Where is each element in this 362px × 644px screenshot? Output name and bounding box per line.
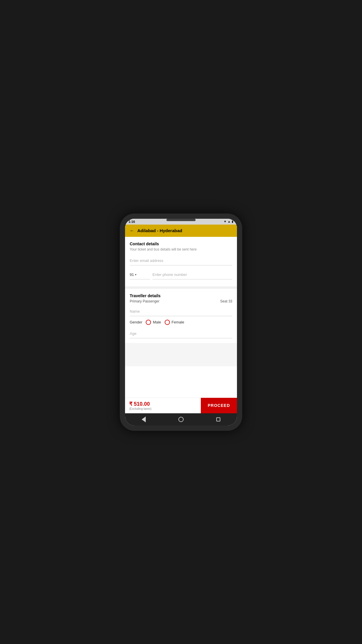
female-radio[interactable] xyxy=(165,320,170,325)
status-icons: ▼ ▲ ▮ xyxy=(224,220,233,223)
status-bar: 1:16 ▼ ▲ ▮ xyxy=(125,219,237,225)
phone-row: 91 ▾ xyxy=(130,270,232,279)
price-amount: ₹ 510.00 xyxy=(129,401,197,407)
name-input[interactable] xyxy=(130,307,232,316)
app-bar-title: Adilabad - Hyderabad xyxy=(137,228,182,233)
seat-number: 33 xyxy=(229,299,232,303)
home-nav-icon xyxy=(178,417,184,422)
phone-input[interactable] xyxy=(152,270,232,279)
gender-row: Gender Male Female xyxy=(130,320,232,325)
seat-label-text: Seat xyxy=(220,299,228,303)
phone-device: 1:16 ▼ ▲ ▮ ← Adilabad - Hyderabad Contac… xyxy=(120,214,242,431)
empty-space xyxy=(125,343,237,366)
back-nav-icon xyxy=(142,416,146,422)
app-bar: ← Adilabad - Hyderabad xyxy=(125,225,237,237)
price-section: ₹ 510.00 (Excluding taxes) xyxy=(125,398,201,413)
female-label: Female xyxy=(172,320,184,324)
male-label: Male xyxy=(153,320,161,324)
nav-back-button[interactable] xyxy=(140,416,147,423)
traveller-title: Traveller details xyxy=(130,293,232,298)
nav-recent-button[interactable] xyxy=(215,416,222,423)
traveller-section: Traveller details Primary Passenger Seat… xyxy=(125,289,237,343)
content-area: Contact details Your ticket and bus deta… xyxy=(125,237,237,398)
email-input[interactable] xyxy=(130,256,232,265)
recent-nav-icon xyxy=(216,417,220,421)
phone-screen: 1:16 ▼ ▲ ▮ ← Adilabad - Hyderabad Contac… xyxy=(125,219,237,426)
seat-info: Seat 33 xyxy=(220,299,232,303)
passenger-label: Primary Passenger xyxy=(130,299,159,303)
country-code-selector[interactable]: 91 ▾ xyxy=(130,270,150,279)
section-divider xyxy=(125,286,237,289)
status-time: 1:16 xyxy=(129,220,135,223)
bottom-bar: ₹ 510.00 (Excluding taxes) PROCEED xyxy=(125,398,237,413)
contact-title: Contact details xyxy=(130,242,232,246)
male-radio[interactable] xyxy=(146,320,151,325)
male-option[interactable]: Male xyxy=(146,320,161,325)
age-input[interactable] xyxy=(130,329,232,338)
passenger-row: Primary Passenger Seat 33 xyxy=(130,299,232,303)
contact-section: Contact details Your ticket and bus deta… xyxy=(125,237,237,286)
proceed-button[interactable]: PROCEED xyxy=(201,398,237,413)
currency-symbol: ₹ xyxy=(129,401,132,407)
gender-label: Gender xyxy=(130,320,142,324)
price-note: (Excluding taxes) xyxy=(129,407,197,410)
back-button[interactable]: ← xyxy=(130,228,134,233)
signal-icon: ▲ xyxy=(228,220,231,223)
country-code-value: 91 xyxy=(130,272,134,277)
price-value: 510.00 xyxy=(134,401,150,407)
female-option[interactable]: Female xyxy=(165,320,184,325)
nav-bar xyxy=(125,413,237,426)
wifi-icon: ▼ xyxy=(224,220,226,223)
dropdown-arrow-icon: ▾ xyxy=(135,273,136,276)
contact-subtitle: Your ticket and bus details will be sent… xyxy=(130,247,232,251)
battery-icon: ▮ xyxy=(232,220,233,223)
nav-home-button[interactable] xyxy=(178,416,184,423)
